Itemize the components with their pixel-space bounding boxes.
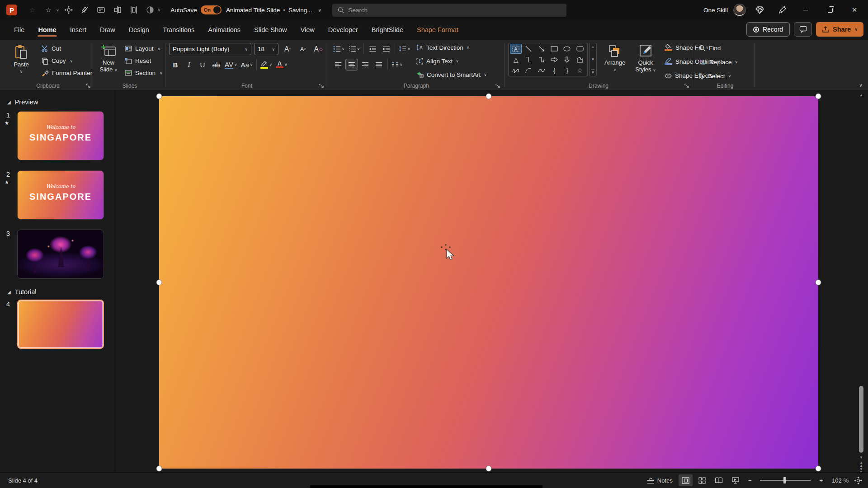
resize-handle-top-right[interactable] [816,94,821,99]
replace-button[interactable]: bc Replace ∨ [697,56,740,68]
tab-view[interactable]: View [295,22,321,38]
align-left-button[interactable] [332,59,344,70]
shape-scribble[interactable] [510,66,522,75]
qat-distribute-icon[interactable] [127,3,141,17]
qat-align-center-icon[interactable] [111,3,124,17]
line-spacing-button[interactable]: ∨ [397,43,412,55]
shape-right-arrow[interactable] [548,55,560,65]
text-direction-button[interactable]: A Text Direction ∨ [415,42,489,53]
shape-down-arrow[interactable] [561,55,573,65]
shape-freeform[interactable] [574,55,586,65]
gallery-scroll-down-icon[interactable]: ▼ [591,57,595,61]
minimize-button[interactable]: ─ [796,1,816,19]
align-text-button[interactable]: Align Text ∨ [415,55,489,67]
increase-indent-button[interactable] [380,43,392,55]
restore-button[interactable] [820,1,840,19]
italic-button[interactable]: I [183,59,195,70]
bullets-button[interactable]: ∨ [332,43,346,55]
qat-star-dimmed-icon[interactable]: ☆ [25,3,39,17]
tab-transitions[interactable]: Transitions [157,22,200,38]
zoom-percentage[interactable]: 102 % [829,477,849,484]
qat-format-eraser-icon[interactable] [78,3,92,17]
collapse-ribbon-button[interactable]: ∨ [859,82,863,88]
zoom-out-button[interactable]: − [745,474,755,486]
shape-text-box[interactable]: A [510,44,522,54]
tab-design[interactable]: Design [123,22,155,38]
scrollbar-thumb[interactable] [859,386,863,453]
gallery-scroll-up-icon[interactable]: ▲ [591,45,595,49]
font-color-button[interactable]: A ∨ [274,59,289,70]
share-button[interactable]: Share ∨ [816,22,863,37]
tab-slide-show[interactable]: Slide Show [248,22,293,38]
format-painter-button[interactable]: Format Painter [39,67,95,79]
premium-gem-icon[interactable] [750,2,769,18]
qat-shape-style-icon[interactable] [143,3,157,17]
clear-formatting-button[interactable]: A◇ [312,43,325,55]
shape-right-brace[interactable]: } [561,66,573,75]
paste-button[interactable]: Paste ∨ [7,41,35,80]
shape-oval[interactable] [561,44,573,54]
shape-elbow-arrow-connector[interactable] [536,55,547,65]
previous-slide-icon[interactable]: ▲▲ [859,461,863,467]
resize-handle-middle-right[interactable] [816,280,821,286]
shape-line[interactable] [523,44,534,54]
gallery-more-icon[interactable]: ▼ [591,70,595,75]
shape-arrow[interactable] [536,44,547,54]
change-case-button[interactable]: Aa∨ [240,59,255,70]
font-size-combo[interactable]: 18 ∨ [254,43,278,55]
quick-styles-button[interactable]: QuickStyles ∨ [631,41,660,80]
qat-move-shape-icon[interactable] [62,3,75,17]
slide-thumbnail-4[interactable] [17,300,104,349]
slideshow-view-button[interactable] [729,474,742,486]
slide-shape-gradient[interactable] [159,96,818,469]
shape-rounded-rectangle[interactable] [574,44,586,54]
comments-button[interactable] [794,22,812,37]
bold-button[interactable]: B [169,59,182,70]
shape-elbow-connector[interactable] [523,55,534,65]
shape-left-brace[interactable]: { [548,66,560,75]
tab-shape-format[interactable]: Shape Format [411,22,464,38]
section-header-tutorial[interactable]: ◢ Tutorial [7,288,37,296]
notes-button[interactable]: Notes [644,474,676,486]
shrink-font-button[interactable]: Av [297,43,309,55]
arrange-button[interactable]: Arrange ∨ [600,41,629,80]
resize-handle-bottom-right[interactable] [816,466,821,472]
grow-font-button[interactable]: A^ [281,43,294,55]
clipboard-dialog-launcher[interactable] [86,84,90,88]
tab-animations[interactable]: Animations [202,22,246,38]
slide-thumbnail-3[interactable] [17,230,104,279]
slide-thumbnail-2[interactable]: Welcome to SINGAPORE [17,170,104,220]
paragraph-dialog-launcher[interactable] [495,84,500,88]
shape-curve[interactable] [536,66,547,75]
zoom-in-button[interactable]: + [816,474,826,486]
columns-button[interactable]: ∨ [390,59,404,70]
decrease-indent-button[interactable] [366,43,379,55]
scroll-down-icon[interactable]: ▼ [859,455,863,460]
text-highlight-button[interactable]: ∨ [259,59,274,70]
title-caret-icon[interactable]: ∨ [318,8,321,13]
section-header-preview[interactable]: ◢ Preview [7,99,38,106]
resize-handle-top-left[interactable] [156,94,162,99]
user-avatar[interactable] [733,4,746,16]
tab-developer[interactable]: Developer [322,22,364,38]
select-button[interactable]: Select ∨ [697,70,740,82]
find-button[interactable]: Find [697,42,740,54]
qat-favorites-icon[interactable]: ☆ [42,3,55,17]
resize-handle-middle-left[interactable] [156,280,162,286]
copy-button[interactable]: Copy ∨ [39,55,95,67]
qat-favorites-caret-icon[interactable]: ∨ [56,8,59,12]
qat-more-caret-icon[interactable]: ∨ [158,8,161,12]
tab-file[interactable]: File [8,22,30,38]
document-title[interactable]: Animated Title Slide • Saving... ∨ [226,0,321,20]
qat-slide-size-icon[interactable] [94,3,108,17]
tab-home[interactable]: Home [32,22,62,38]
tab-brightslide[interactable]: BrightSlide [366,22,409,38]
scroll-up-icon[interactable]: ▲ [859,93,863,98]
new-slide-button[interactable]: NewSlide ∨ [96,41,121,80]
resize-handle-top-center[interactable] [486,94,492,99]
align-right-button[interactable] [359,59,372,70]
zoom-slider[interactable] [760,480,811,481]
font-dialog-launcher[interactable] [319,84,324,88]
reset-button[interactable]: Reset [122,55,165,67]
record-button[interactable]: Record [746,22,790,37]
